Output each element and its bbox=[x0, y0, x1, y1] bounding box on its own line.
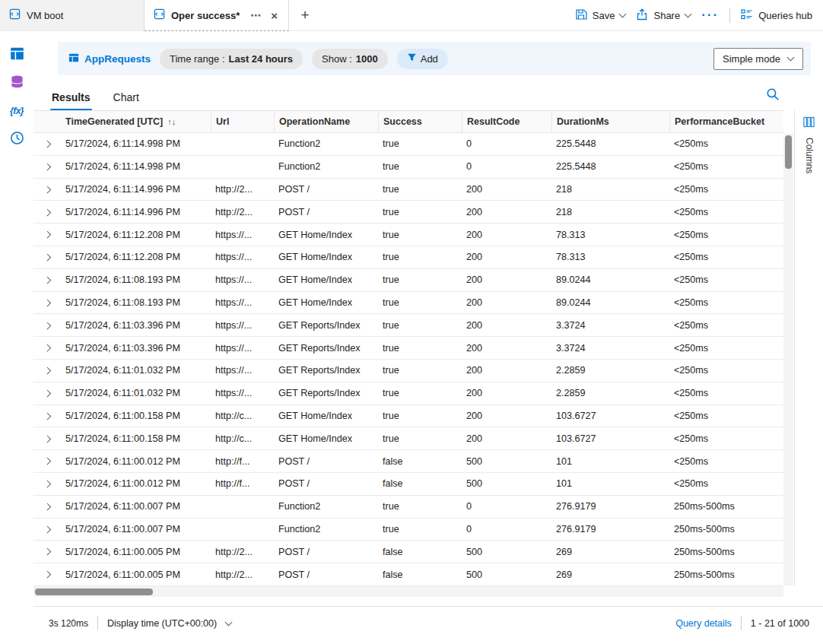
display-time-selector[interactable]: Display time (UTC+00:00) bbox=[107, 618, 217, 629]
row-expander[interactable] bbox=[33, 405, 61, 427]
table-row[interactable]: 5/17/2024, 6:11:08.193 PMhttps://...GET … bbox=[33, 269, 783, 292]
column-header-durationms[interactable]: DurationMs bbox=[551, 111, 669, 132]
tables-pane-button[interactable] bbox=[7, 46, 27, 63]
share-button[interactable]: Share bbox=[636, 8, 691, 23]
query-history-button[interactable] bbox=[7, 131, 27, 148]
row-expander[interactable] bbox=[33, 292, 61, 314]
row-expander[interactable] bbox=[33, 519, 61, 541]
cell-durationms: 269 bbox=[551, 541, 669, 563]
table-row[interactable]: 5/17/2024, 6:11:01.032 PMhttps://...GET … bbox=[33, 382, 783, 405]
table-row[interactable]: 5/17/2024, 6:11:08.193 PMhttps://...GET … bbox=[33, 292, 783, 315]
columns-side-panel[interactable]: Columns bbox=[794, 110, 823, 586]
tab-more-icon[interactable]: ⋯ bbox=[249, 9, 263, 21]
chevron-right-icon bbox=[43, 390, 50, 397]
row-expander[interactable] bbox=[33, 382, 61, 404]
column-header-timegenerated[interactable]: TimeGenerated [UTC] ↑↓ bbox=[61, 111, 211, 132]
chevron-down-icon[interactable] bbox=[225, 618, 233, 626]
functions-pane-button[interactable]: {fx} bbox=[7, 103, 27, 119]
more-options-icon[interactable]: ··· bbox=[701, 11, 719, 19]
cell-operationname: GET Home/Index bbox=[274, 405, 378, 427]
table-row[interactable]: 5/17/2024, 6:11:00.158 PMhttp://c...GET … bbox=[33, 427, 783, 450]
cell-success: true bbox=[378, 360, 462, 382]
row-expander[interactable] bbox=[33, 541, 61, 563]
queries-pane-button[interactable] bbox=[7, 75, 27, 91]
horizontal-scrollbar-thumb[interactable] bbox=[35, 588, 153, 595]
row-expander[interactable] bbox=[33, 133, 61, 155]
table-row[interactable]: 5/17/2024, 6:11:14.996 PMhttp://2...POST… bbox=[33, 201, 783, 224]
table-row[interactable]: 5/17/2024, 6:11:03.396 PMhttps://...GET … bbox=[33, 337, 783, 360]
cell-timegenerated: 5/17/2024, 6:11:14.996 PM bbox=[61, 179, 211, 201]
query-tab-vm-boot[interactable]: VM boot bbox=[0, 0, 145, 30]
cell-resultcode: 500 bbox=[462, 541, 551, 563]
column-header-label: Url bbox=[216, 116, 229, 127]
table-row[interactable]: 5/17/2024, 6:11:01.032 PMhttps://...GET … bbox=[33, 360, 783, 382]
table-row[interactable]: 5/17/2024, 6:11:00.012 PMhttp://f...POST… bbox=[33, 450, 783, 473]
tab-results[interactable]: Results bbox=[52, 91, 91, 110]
queries-hub-button[interactable]: Queries hub bbox=[741, 8, 812, 23]
show-limit-pill[interactable]: Show : 1000 bbox=[312, 49, 388, 69]
add-filter-pill[interactable]: Add bbox=[397, 49, 448, 69]
row-expander[interactable] bbox=[33, 473, 61, 495]
table-row[interactable]: 5/17/2024, 6:11:14.998 PMFunction2true02… bbox=[33, 156, 783, 179]
query-details-link[interactable]: Query details bbox=[675, 618, 732, 629]
row-expander[interactable] bbox=[33, 179, 61, 201]
table-row[interactable]: 5/17/2024, 6:11:00.012 PMhttp://f...POST… bbox=[33, 473, 783, 496]
horizontal-scrollbar[interactable] bbox=[33, 586, 783, 597]
cell-operationname: GET Home/Index bbox=[274, 292, 378, 314]
row-expander[interactable] bbox=[33, 337, 61, 359]
row-expander[interactable] bbox=[33, 269, 61, 291]
vertical-scrollbar-thumb[interactable] bbox=[785, 135, 792, 169]
row-expander[interactable] bbox=[33, 450, 61, 472]
chevron-down-icon[interactable] bbox=[685, 11, 692, 18]
column-header-operationname[interactable]: OperationName bbox=[274, 111, 378, 132]
row-expander[interactable] bbox=[33, 201, 61, 223]
tab-close-icon[interactable]: × bbox=[269, 9, 279, 22]
table-row[interactable]: 5/17/2024, 6:11:00.005 PMhttp://2...POST… bbox=[33, 541, 783, 563]
cell-durationms: 276.9179 bbox=[551, 519, 669, 541]
query-tab-oper-success[interactable]: Oper success* ⋯ × bbox=[145, 0, 289, 31]
time-range-pill[interactable]: Time range : Last 24 hours bbox=[160, 49, 303, 69]
column-header-performancebucket[interactable]: PerformanceBucket bbox=[669, 111, 783, 132]
cell-durationms: 101 bbox=[551, 450, 669, 472]
table-row[interactable]: 5/17/2024, 6:11:14.996 PMhttp://2...POST… bbox=[33, 179, 783, 201]
chevron-down-icon[interactable] bbox=[619, 11, 627, 18]
row-expander[interactable] bbox=[33, 360, 61, 382]
cell-success: true bbox=[378, 269, 462, 291]
row-expander[interactable] bbox=[33, 224, 61, 246]
vertical-scrollbar[interactable] bbox=[783, 134, 793, 585]
table-row[interactable]: 5/17/2024, 6:11:12.208 PMhttps://...GET … bbox=[33, 224, 783, 246]
row-expander[interactable] bbox=[33, 314, 61, 336]
column-header-success[interactable]: Success bbox=[378, 111, 462, 132]
table-row[interactable]: 5/17/2024, 6:11:00.158 PMhttp://c...GET … bbox=[33, 405, 783, 428]
cell-url bbox=[211, 156, 274, 178]
search-results-button[interactable] bbox=[764, 87, 782, 105]
row-expander[interactable] bbox=[33, 563, 61, 585]
row-expander[interactable] bbox=[33, 246, 61, 268]
chevron-right-icon bbox=[43, 254, 50, 261]
save-icon bbox=[575, 8, 587, 23]
row-expander[interactable] bbox=[33, 427, 61, 449]
table-row[interactable]: 5/17/2024, 6:11:03.396 PMhttps://...GET … bbox=[33, 314, 783, 337]
new-tab-button[interactable]: + bbox=[289, 0, 321, 30]
selected-table-button[interactable]: AppRequests bbox=[68, 52, 151, 65]
cell-timegenerated: 5/17/2024, 6:11:12.208 PM bbox=[61, 246, 211, 268]
tab-chart[interactable]: Chart bbox=[113, 91, 139, 110]
table-row[interactable]: 5/17/2024, 6:11:12.208 PMhttps://...GET … bbox=[33, 246, 783, 269]
chevron-right-icon bbox=[43, 231, 50, 238]
sort-arrows-icon[interactable]: ↑↓ bbox=[167, 117, 176, 126]
cell-performancebucket: <250ms bbox=[669, 224, 783, 246]
cell-timegenerated: 5/17/2024, 6:11:14.998 PM bbox=[61, 156, 211, 178]
table-row[interactable]: 5/17/2024, 6:11:00.007 PMFunction2true02… bbox=[33, 519, 783, 541]
column-header-label: Success bbox=[383, 116, 422, 127]
column-header-resultcode[interactable]: ResultCode bbox=[462, 111, 551, 132]
save-button[interactable]: Save bbox=[575, 8, 626, 23]
row-expander[interactable] bbox=[33, 496, 61, 518]
row-expander[interactable] bbox=[33, 156, 61, 178]
mode-dropdown[interactable]: Simple mode bbox=[713, 48, 803, 70]
table-row[interactable]: 5/17/2024, 6:11:00.005 PMhttp://2...POST… bbox=[33, 563, 783, 586]
table-row[interactable]: 5/17/2024, 6:11:14.998 PMFunction2true02… bbox=[33, 133, 783, 156]
column-header-url[interactable]: Url bbox=[211, 111, 274, 132]
table-row[interactable]: 5/17/2024, 6:11:00.007 PMFunction2true02… bbox=[33, 496, 783, 519]
cell-durationms: 276.9179 bbox=[551, 496, 669, 518]
chevron-right-icon bbox=[43, 277, 50, 284]
